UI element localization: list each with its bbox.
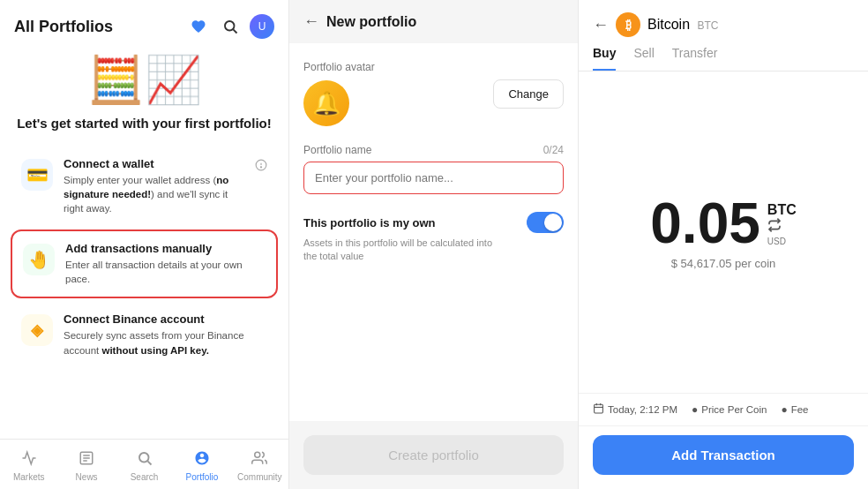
hero-text: Let's get started with your first portfo… bbox=[17, 114, 272, 132]
panel-new-portfolio: ← New portfolio Portfolio avatar 🔔 Chang… bbox=[289, 0, 579, 489]
usd-label: USD bbox=[767, 237, 786, 246]
option-connect-wallet[interactable]: 💳 Connect a wallet Simply enter your wal… bbox=[11, 147, 278, 226]
footer-info-row: Today, 2:12 PM ● Price Per Coin ● Fee bbox=[579, 394, 868, 426]
panel2-title: New portfolio bbox=[326, 14, 416, 30]
create-portfolio-button[interactable]: Create portfolio bbox=[303, 435, 564, 475]
search-icon[interactable] bbox=[218, 14, 243, 39]
own-desc: Assets in this portfolio will be calcula… bbox=[303, 237, 498, 264]
svg-point-4 bbox=[260, 167, 261, 168]
nav-markets-label: Markets bbox=[13, 472, 45, 482]
option-wallet-title: Connect a wallet bbox=[64, 157, 244, 170]
panel2-footer: Create portfolio bbox=[289, 421, 578, 489]
avatar-emoji: 🔔 bbox=[312, 90, 340, 117]
fee-icon: ● bbox=[781, 403, 787, 416]
option-manual-title: Add transactions manually bbox=[65, 242, 266, 255]
panel-all-portfolios: All Portfolios U 🧮📈 Let's get started wi… bbox=[0, 0, 289, 489]
panel3-tabs: Buy Sell Transfer bbox=[579, 37, 868, 71]
change-avatar-button[interactable]: Change bbox=[493, 79, 564, 109]
wallet-icon: 💳 bbox=[21, 159, 53, 191]
own-portfolio-toggle[interactable] bbox=[527, 212, 564, 233]
svg-point-11 bbox=[255, 452, 260, 457]
own-row-top: This portfolio is my own bbox=[303, 212, 564, 233]
header-icons: U bbox=[186, 14, 274, 39]
hero-section: 🧮📈 Let's get started with your first por… bbox=[0, 46, 288, 147]
binance-icon: ◈ bbox=[21, 314, 53, 346]
user-avatar[interactable]: U bbox=[250, 14, 274, 39]
coin-icon: ● bbox=[692, 403, 698, 416]
tab-transfer[interactable]: Transfer bbox=[672, 46, 718, 71]
option-wallet-desc: Simply enter your wallet address (no sig… bbox=[64, 173, 244, 215]
tab-buy[interactable]: Buy bbox=[593, 46, 616, 71]
option-binance-title: Connect Binance account bbox=[64, 312, 267, 326]
markets-icon bbox=[21, 450, 37, 470]
btc-icon: ₿ bbox=[616, 12, 640, 37]
option-manual-content: Add transactions manually Enter all tran… bbox=[65, 242, 266, 286]
nav-portfolio-label: Portfolio bbox=[186, 472, 219, 482]
fee-info[interactable]: ● Fee bbox=[781, 403, 808, 416]
add-transaction-button[interactable]: Add Transaction bbox=[593, 435, 854, 475]
svg-point-9 bbox=[139, 453, 149, 463]
nav-portfolio[interactable]: Portfolio bbox=[173, 447, 230, 485]
hand-icon: 🤚 bbox=[23, 244, 55, 275]
panel1-title: All Portfolios bbox=[14, 18, 113, 36]
btc-amount: 0.05 bbox=[650, 195, 760, 252]
price-per-coin-text: Price Per Coin bbox=[701, 404, 767, 415]
portfolio-name-input[interactable] bbox=[303, 162, 564, 194]
search-nav-icon bbox=[137, 450, 153, 470]
option-binance-desc: Securely sync assets from your Binance a… bbox=[64, 328, 267, 357]
panel3-footer: Today, 2:12 PM ● Price Per Coin ● Fee Ad… bbox=[579, 393, 868, 489]
avatar-col: Portfolio avatar 🔔 bbox=[303, 61, 375, 126]
panel2-header: ← New portfolio bbox=[289, 0, 578, 43]
panel1-header: All Portfolios U bbox=[0, 0, 288, 46]
own-title: This portfolio is my own bbox=[303, 216, 436, 229]
btc-unit: BTC bbox=[767, 202, 797, 218]
price-per-coin-info[interactable]: ● Price Per Coin bbox=[692, 403, 767, 416]
bottom-nav: Markets News Search Portfolio Community bbox=[0, 439, 288, 489]
panel2-body: Portfolio avatar 🔔 Change Portfolio name… bbox=[289, 43, 578, 421]
btc-name: Bitcoin BTC bbox=[647, 17, 718, 33]
swap-icon[interactable] bbox=[767, 218, 782, 235]
nav-search[interactable]: Search bbox=[116, 447, 173, 485]
name-count: 0/24 bbox=[543, 144, 564, 156]
option-wallet-content: Connect a wallet Simply enter your walle… bbox=[64, 157, 244, 215]
svg-rect-12 bbox=[595, 404, 603, 413]
hero-image: 🧮📈 bbox=[87, 53, 202, 107]
news-icon bbox=[79, 450, 94, 470]
nav-community-label: Community bbox=[237, 472, 282, 482]
portfolio-icon bbox=[194, 450, 210, 470]
nav-news[interactable]: News bbox=[57, 447, 115, 485]
btc-symbol: BTC bbox=[697, 19, 718, 32]
community-icon bbox=[251, 450, 267, 470]
calendar-icon bbox=[593, 402, 604, 417]
option-manual[interactable]: 🤚 Add transactions manually Enter all tr… bbox=[11, 229, 278, 298]
panel3-body: 0.05 BTC USD $ 54,617.05 per coin bbox=[579, 71, 868, 393]
option-manual-desc: Enter all transaction details at your ow… bbox=[65, 258, 266, 286]
fee-text: Fee bbox=[791, 404, 809, 415]
toggle-knob bbox=[544, 214, 562, 231]
btc-unit-col: BTC USD bbox=[767, 195, 797, 246]
option-binance[interactable]: ◈ Connect Binance account Securely sync … bbox=[11, 302, 278, 367]
heart-icon[interactable] bbox=[186, 14, 211, 39]
nav-news-label: News bbox=[76, 472, 98, 482]
options-list: 💳 Connect a wallet Simply enter your wal… bbox=[0, 147, 288, 439]
avatar-label: Portfolio avatar bbox=[303, 61, 375, 73]
panel3-header: ← ₿ Bitcoin BTC bbox=[579, 0, 868, 37]
date-text: Today, 2:12 PM bbox=[608, 404, 677, 415]
btc-title-row: Bitcoin BTC bbox=[647, 17, 718, 33]
svg-line-1 bbox=[233, 29, 236, 33]
panel2-back-button[interactable]: ← bbox=[303, 12, 319, 31]
nav-markets[interactable]: Markets bbox=[0, 447, 57, 485]
name-label-row: Portfolio name 0/24 bbox=[303, 144, 564, 156]
nav-community[interactable]: Community bbox=[231, 447, 288, 485]
info-icon bbox=[255, 157, 267, 171]
name-label: Portfolio name bbox=[303, 144, 371, 156]
tab-sell[interactable]: Sell bbox=[633, 46, 654, 71]
avatar-section: Portfolio avatar 🔔 Change bbox=[303, 61, 564, 126]
option-binance-content: Connect Binance account Securely sync as… bbox=[64, 312, 267, 357]
name-section: Portfolio name 0/24 bbox=[303, 144, 564, 194]
btc-price: $ 54,617.05 per coin bbox=[671, 257, 776, 270]
date-info[interactable]: Today, 2:12 PM bbox=[593, 402, 677, 417]
panel3-back-button[interactable]: ← bbox=[593, 16, 609, 34]
svg-line-10 bbox=[147, 461, 151, 464]
own-portfolio-row: This portfolio is my own Assets in this … bbox=[303, 212, 564, 264]
